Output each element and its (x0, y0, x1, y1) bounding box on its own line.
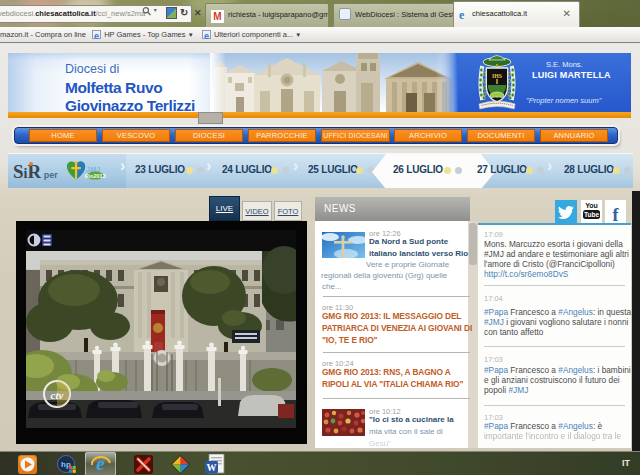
svg-text:Rio2013: Rio2013 (85, 173, 106, 179)
svg-text:ctv: ctv (51, 389, 64, 401)
svg-text:W: W (207, 462, 217, 473)
svg-text:IHS: IHS (492, 71, 502, 79)
